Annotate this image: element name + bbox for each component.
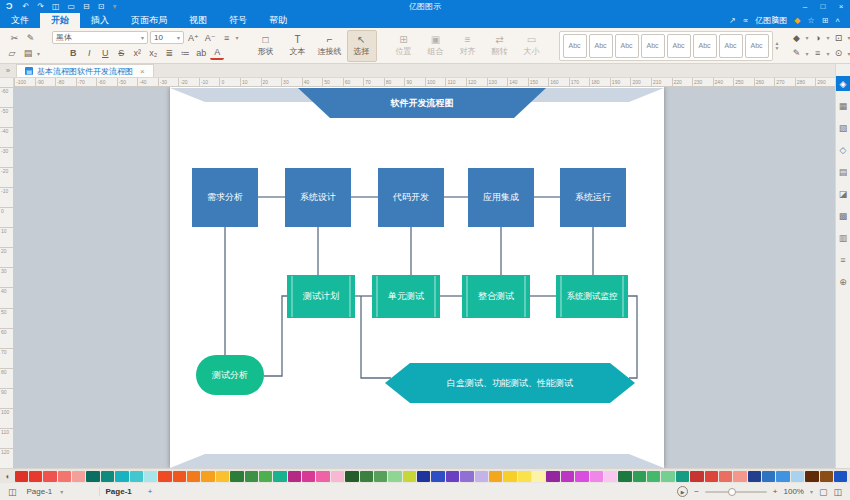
- color-swatch[interactable]: [86, 471, 99, 482]
- table-panel-icon[interactable]: ▩: [836, 208, 850, 223]
- font-size-select[interactable]: 10▾: [150, 31, 184, 44]
- color-swatch[interactable]: [633, 471, 646, 482]
- color-swatch[interactable]: [58, 471, 71, 482]
- color-swatch[interactable]: [618, 471, 631, 482]
- select-tool-button[interactable]: ↖ 选择: [347, 30, 377, 62]
- color-swatch[interactable]: [546, 471, 559, 482]
- menu-tab-insert[interactable]: 插入: [80, 13, 120, 28]
- color-swatch[interactable]: [518, 471, 531, 482]
- fullscreen-icon[interactable]: ▢: [819, 487, 828, 497]
- crop-icon[interactable]: ⊡: [832, 31, 846, 45]
- color-swatch[interactable]: [604, 471, 617, 482]
- notes-panel-icon[interactable]: ▤: [836, 164, 850, 179]
- line-spacing-icon[interactable]: ≣: [162, 46, 176, 60]
- style-chip[interactable]: Abc: [667, 34, 691, 58]
- color-swatch[interactable]: [115, 471, 128, 482]
- color-swatch[interactable]: [345, 471, 358, 482]
- color-swatch[interactable]: [489, 471, 502, 482]
- color-swatch[interactable]: [690, 471, 703, 482]
- color-swatch[interactable]: [460, 471, 473, 482]
- close-button[interactable]: ×: [832, 0, 850, 13]
- color-swatch[interactable]: [575, 471, 588, 482]
- color-swatch[interactable]: [719, 471, 732, 482]
- color-swatch[interactable]: [245, 471, 258, 482]
- color-swatch[interactable]: [446, 471, 459, 482]
- maximize-button[interactable]: □: [814, 0, 832, 13]
- group-button[interactable]: ▣ 组合: [421, 30, 451, 62]
- menu-tab-page-layout[interactable]: 页面布局: [120, 13, 178, 28]
- color-swatch[interactable]: [503, 471, 516, 482]
- font-family-select[interactable]: 黑体▾: [52, 31, 148, 44]
- color-swatch[interactable]: [417, 471, 430, 482]
- share-icon[interactable]: ∝: [743, 16, 749, 25]
- page-tab[interactable]: Page-1: [99, 487, 138, 496]
- color-swatch[interactable]: [187, 471, 200, 482]
- zoom-slider-thumb[interactable]: [728, 488, 736, 496]
- color-swatch[interactable]: [431, 471, 444, 482]
- text-align-icon[interactable]: ≡: [220, 31, 234, 45]
- page-selector[interactable]: Page-1 ▾: [23, 487, 93, 496]
- menu-tab-home[interactable]: 开始: [40, 13, 80, 28]
- color-swatch[interactable]: [676, 471, 689, 482]
- color-swatch[interactable]: [834, 471, 847, 482]
- zoom-slider[interactable]: [705, 491, 767, 493]
- color-swatch[interactable]: [647, 471, 660, 482]
- color-swatch[interactable]: [173, 471, 186, 482]
- italic-button[interactable]: I: [82, 46, 96, 60]
- document-tab[interactable]: ▤ 基本流程图软件开发流程图 ×: [16, 64, 154, 77]
- palette-settings-icon[interactable]: ◐: [2, 472, 14, 481]
- lock-icon[interactable]: ⊙: [832, 46, 846, 60]
- color-swatch[interactable]: [805, 471, 818, 482]
- export-panel-icon[interactable]: ▥: [836, 230, 850, 245]
- zoom-level[interactable]: 100%: [783, 487, 803, 496]
- color-swatch[interactable]: [331, 471, 344, 482]
- fit-window-icon[interactable]: ⊕: [836, 274, 850, 289]
- color-swatch[interactable]: [360, 471, 373, 482]
- layers-panel-icon[interactable]: ◇: [836, 142, 850, 157]
- add-page-button[interactable]: +: [144, 487, 157, 496]
- star-icon[interactable]: ☆: [807, 16, 814, 25]
- style-chip[interactable]: Abc: [745, 34, 769, 58]
- color-swatch[interactable]: [43, 471, 56, 482]
- cut-icon[interactable]: ✂: [8, 31, 22, 45]
- size-button[interactable]: ▭ 大小: [517, 30, 547, 62]
- zoom-in-button[interactable]: +: [773, 487, 778, 496]
- align-button[interactable]: ≡ 对齐: [453, 30, 483, 62]
- copy-icon[interactable]: ▱: [5, 46, 19, 60]
- color-swatch[interactable]: [144, 471, 157, 482]
- color-swatch[interactable]: [475, 471, 488, 482]
- menu-tab-view[interactable]: 视图: [178, 13, 218, 28]
- menu-tab-symbols[interactable]: 符号: [218, 13, 258, 28]
- color-swatch[interactable]: [590, 471, 603, 482]
- bold-button[interactable]: B: [66, 46, 80, 60]
- gallery-scroll[interactable]: ▲ ▼: [773, 41, 780, 51]
- color-swatch[interactable]: [762, 471, 775, 482]
- text-tool-button[interactable]: T 文本: [283, 30, 313, 62]
- color-swatch[interactable]: [733, 471, 746, 482]
- position-button[interactable]: ⊞ 位置: [389, 30, 419, 62]
- gallery-scroll-down-icon[interactable]: ▼: [775, 46, 780, 51]
- line-color-icon[interactable]: ✎: [790, 46, 804, 60]
- zoom-out-button[interactable]: −: [694, 487, 699, 496]
- save-icon[interactable]: ◫: [48, 0, 64, 13]
- send-icon[interactable]: ↗: [729, 16, 736, 25]
- color-swatch[interactable]: [130, 471, 143, 482]
- highlight-icon[interactable]: ab: [194, 46, 208, 60]
- color-swatch[interactable]: [216, 471, 229, 482]
- color-swatch[interactable]: [388, 471, 401, 482]
- color-swatch[interactable]: [661, 471, 674, 482]
- shadow-icon[interactable]: ◑: [811, 31, 825, 45]
- export-icon[interactable]: ⊡: [94, 0, 109, 13]
- color-swatch[interactable]: [791, 471, 804, 482]
- symbol-library-icon[interactable]: ▦: [836, 98, 850, 113]
- format-painter-icon[interactable]: ✎: [24, 31, 38, 45]
- open-icon[interactable]: ▭: [63, 0, 79, 13]
- color-swatch[interactable]: [403, 471, 416, 482]
- color-swatch[interactable]: [705, 471, 718, 482]
- collapse-ribbon-icon[interactable]: ˄: [835, 16, 840, 25]
- color-swatch[interactable]: [29, 471, 42, 482]
- style-chip[interactable]: Abc: [693, 34, 717, 58]
- page-thumbnails-icon[interactable]: ◫: [8, 487, 17, 497]
- tab-overflow-icon[interactable]: »: [0, 64, 16, 77]
- line-style-icon[interactable]: ≡: [811, 46, 825, 60]
